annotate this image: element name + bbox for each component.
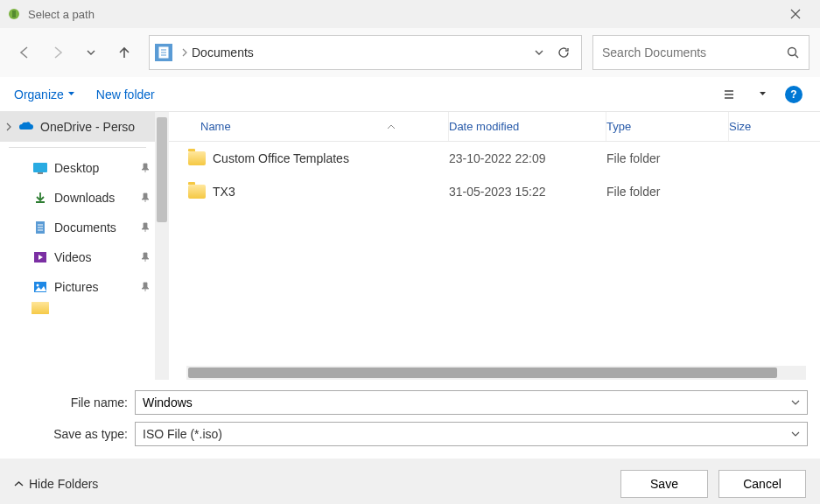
tree-label: OneDrive - Perso xyxy=(40,120,150,134)
file-date: 23-10-2022 22:09 xyxy=(449,151,606,165)
pin-icon xyxy=(141,282,150,292)
column-date-label: Date modified xyxy=(449,120,519,133)
documents-icon xyxy=(155,44,172,61)
view-options-button[interactable] xyxy=(718,82,743,107)
folder-icon xyxy=(188,185,206,199)
refresh-button[interactable] xyxy=(551,40,576,65)
videos-icon xyxy=(32,248,49,266)
desktop-icon xyxy=(32,159,49,177)
column-name-label: Name xyxy=(200,120,231,133)
tree-item-partial[interactable] xyxy=(21,302,155,314)
tree-label: Desktop xyxy=(54,161,141,175)
address-dropdown[interactable] xyxy=(527,40,551,65)
sidebar-scrollbar[interactable] xyxy=(155,112,169,380)
cancel-button[interactable]: Cancel xyxy=(718,470,806,498)
svg-point-6 xyxy=(788,48,796,56)
organize-label: Organize xyxy=(14,88,64,102)
column-type[interactable]: Type xyxy=(606,112,729,141)
tree-desktop[interactable]: Desktop xyxy=(21,153,155,183)
file-pane: Name Date modified Type Size Custom Offi… xyxy=(169,112,820,380)
toolbar: Organize New folder ? xyxy=(0,77,820,112)
pin-icon xyxy=(141,252,150,262)
titlebar: Select a path xyxy=(0,0,820,28)
file-type: File folder xyxy=(606,185,729,199)
breadcrumb-location[interactable]: Documents xyxy=(192,46,254,60)
tree-pictures[interactable]: Pictures xyxy=(21,272,155,302)
pin-icon xyxy=(141,222,150,233)
tree-downloads[interactable]: Downloads xyxy=(21,183,155,213)
hide-folders-label: Hide Folders xyxy=(29,477,98,491)
up-button[interactable] xyxy=(110,38,138,66)
help-button[interactable]: ? xyxy=(781,82,806,107)
footer: Hide Folders Save Cancel xyxy=(0,458,820,504)
svg-rect-12 xyxy=(38,172,43,174)
file-date: 31-05-2023 15:22 xyxy=(449,185,606,199)
filename-dropdown[interactable] xyxy=(791,399,800,406)
nav-row: Documents xyxy=(0,28,820,77)
column-type-label: Type xyxy=(606,120,631,133)
svg-point-19 xyxy=(37,284,39,287)
downloads-icon xyxy=(32,189,49,206)
filename-input[interactable] xyxy=(143,396,791,410)
search-icon[interactable] xyxy=(786,46,800,60)
chevron-up-icon xyxy=(14,480,24,487)
tree-divider xyxy=(9,147,146,148)
search-box[interactable] xyxy=(592,35,809,70)
saveas-dropdown[interactable] xyxy=(791,430,800,438)
back-button[interactable] xyxy=(11,38,39,66)
tree-label: Videos xyxy=(54,250,141,264)
pin-icon xyxy=(141,163,150,173)
tree-label: Downloads xyxy=(54,191,141,205)
tree-label: Documents xyxy=(54,220,141,234)
hide-folders-button[interactable]: Hide Folders xyxy=(14,477,98,491)
file-name: TX3 xyxy=(213,185,235,199)
main-area: OneDrive - Perso Desktop Downloads Docum… xyxy=(0,112,820,380)
address-bar[interactable]: Documents xyxy=(149,35,582,70)
filename-field[interactable] xyxy=(135,390,808,415)
saveas-label: Save as type: xyxy=(12,427,135,441)
documents-icon xyxy=(32,219,49,236)
svg-rect-11 xyxy=(33,163,47,172)
tree-onedrive[interactable]: OneDrive - Perso xyxy=(0,112,155,142)
tree-label: Pictures xyxy=(54,280,141,294)
recent-dropdown[interactable] xyxy=(77,38,105,66)
app-icon xyxy=(7,7,21,21)
breadcrumb-separator xyxy=(181,48,188,57)
filename-label: File name: xyxy=(12,396,135,410)
svg-rect-1 xyxy=(12,10,16,18)
folder-icon xyxy=(188,151,206,165)
file-row[interactable]: TX3 31-05-2023 15:22 File folder xyxy=(169,175,820,208)
organize-button[interactable]: Organize xyxy=(14,88,75,102)
view-dropdown[interactable] xyxy=(750,82,774,107)
column-size[interactable]: Size xyxy=(729,112,820,141)
svg-line-7 xyxy=(795,55,799,59)
column-date[interactable]: Date modified xyxy=(449,112,606,141)
file-row[interactable]: Custom Office Templates 23-10-2022 22:09… xyxy=(169,142,820,175)
pin-icon xyxy=(141,192,150,203)
window-title: Select a path xyxy=(28,8,778,21)
column-size-label: Size xyxy=(729,120,751,133)
new-folder-button[interactable]: New folder xyxy=(96,88,155,102)
save-button[interactable]: Save xyxy=(620,470,708,498)
tree-documents[interactable]: Documents xyxy=(21,213,155,242)
sort-indicator-icon xyxy=(387,124,396,130)
scrollbar-thumb[interactable] xyxy=(188,368,777,378)
form-area: File name: Save as type: ISO File (*.iso… xyxy=(0,380,820,458)
saveas-value: ISO File (*.iso) xyxy=(143,427,791,441)
close-button[interactable] xyxy=(778,2,813,26)
file-name: Custom Office Templates xyxy=(213,151,349,165)
horizontal-scrollbar[interactable] xyxy=(186,366,806,380)
onedrive-icon xyxy=(18,118,35,136)
folder-icon xyxy=(32,302,49,314)
column-headers: Name Date modified Type Size xyxy=(169,112,820,142)
column-name[interactable]: Name xyxy=(169,112,449,141)
forward-button[interactable] xyxy=(44,38,72,66)
help-icon: ? xyxy=(785,86,802,103)
search-input[interactable] xyxy=(602,46,786,60)
pictures-icon xyxy=(32,278,49,296)
tree-videos[interactable]: Videos xyxy=(21,242,155,272)
sidebar: OneDrive - Perso Desktop Downloads Docum… xyxy=(0,112,155,380)
saveas-field[interactable]: ISO File (*.iso) xyxy=(135,422,808,446)
scrollbar-thumb[interactable] xyxy=(157,117,167,222)
chevron-right-icon[interactable] xyxy=(5,122,18,131)
